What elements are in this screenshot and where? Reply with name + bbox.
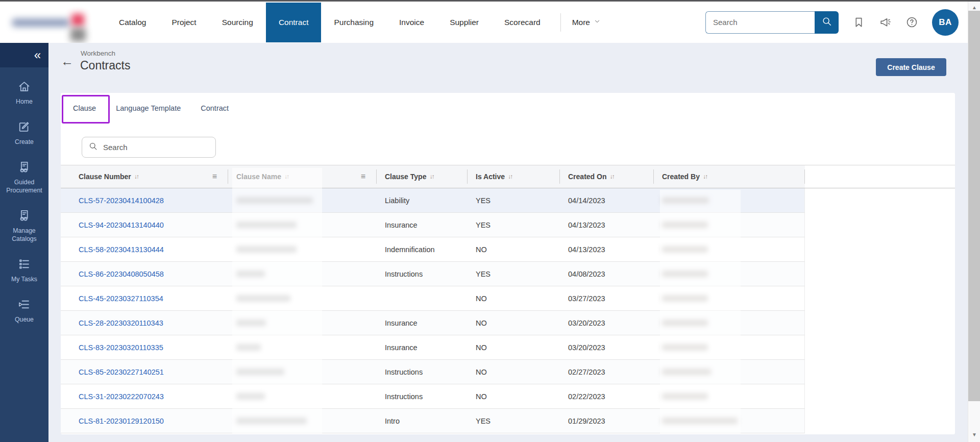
clause-number-link[interactable]: CLS-58-20230413130444 <box>61 237 228 261</box>
column-menu-icon[interactable]: ≡ <box>212 172 217 181</box>
chevron-down-icon <box>594 18 601 27</box>
sidebar-item-my-tasks[interactable]: My Tasks <box>0 257 48 284</box>
sort-arrows-icon[interactable]: ↓↑ <box>429 173 433 180</box>
help-icon[interactable] <box>905 16 918 29</box>
sidebar-item-home[interactable]: Home <box>0 80 48 106</box>
is-active-cell: NO <box>468 311 560 335</box>
clause-number-link[interactable]: CLS-83-20230320110335 <box>61 335 228 359</box>
created-on-cell: 04/08/2023 <box>560 262 654 286</box>
logo-mark-blur <box>71 14 84 26</box>
scroll-down-arrow[interactable]: ▼ <box>968 432 980 437</box>
sidebar-collapse-button[interactable]: « <box>0 43 48 67</box>
tab-bar: ClauseLanguage TemplateContract <box>61 93 955 124</box>
sidebar-item-queue[interactable]: Queue <box>0 298 48 324</box>
sidebar-item-guided-procurement[interactable]: Guided Procurement <box>0 160 48 195</box>
sort-arrows-icon[interactable]: ↓↑ <box>703 173 707 180</box>
search-icon <box>88 141 98 153</box>
nav-item-sourcing[interactable]: Sourcing <box>209 3 266 42</box>
search-icon <box>821 16 832 29</box>
table-search-input[interactable] <box>103 143 209 152</box>
clause-number-link[interactable]: CLS-45-20230327110354 <box>61 286 228 310</box>
column-header-clause-type[interactable]: Clause Type↓↑ <box>377 165 468 188</box>
global-search-input[interactable] <box>705 11 815 34</box>
create-icon <box>17 120 31 136</box>
column-header-clause-name[interactable]: Clause Name↓↑≡ <box>228 165 377 188</box>
manage-catalogs-icon <box>17 209 31 225</box>
sidebar-item-label: Queue <box>15 316 34 324</box>
table-row[interactable]: CLS-57-20230414100428LiabilityYES04/14/2… <box>61 188 805 213</box>
nav-item-invoice[interactable]: Invoice <box>386 3 437 42</box>
sort-arrows-icon[interactable]: ↓↑ <box>134 173 138 180</box>
nav-item-project[interactable]: Project <box>159 3 209 42</box>
redacted-created-by <box>662 393 708 400</box>
scroll-up-arrow[interactable]: ▲ <box>968 5 980 10</box>
clause-name-cell <box>228 409 377 433</box>
clause-number-link[interactable]: CLS-28-20230320110343 <box>61 311 228 335</box>
home-icon <box>17 80 31 95</box>
clause-number-link[interactable]: CLS-86-20230408050458 <box>61 262 228 286</box>
column-menu-icon[interactable]: ≡ <box>361 172 365 181</box>
column-header-clause-number[interactable]: Clause Number↓↑≡ <box>61 165 228 188</box>
sort-arrows-icon[interactable]: ↓↑ <box>284 173 288 180</box>
vertical-scrollbar[interactable]: ▲ ▼ <box>968 2 980 442</box>
clause-type-cell: Liability <box>377 188 468 212</box>
breadcrumb[interactable]: Workbench <box>81 50 115 57</box>
column-header-is-active[interactable]: Is Active↓↑ <box>468 165 560 188</box>
sidebar-item-label: Create <box>15 138 34 146</box>
column-header-created-on[interactable]: Created On↓↑ <box>560 165 654 188</box>
create-clause-button[interactable]: Create Clause <box>876 58 946 76</box>
scrollbar-thumb[interactable] <box>968 11 980 401</box>
clause-number-link[interactable]: CLS-31-20230222070243 <box>61 384 228 408</box>
table-row[interactable]: CLS-86-20230408050458InstructionsYES04/0… <box>61 262 805 286</box>
created-on-cell: 01/29/2023 <box>560 409 654 433</box>
logo-mark-blur <box>70 28 86 41</box>
created-by-cell <box>654 237 805 261</box>
global-search-button[interactable] <box>815 11 839 34</box>
table-row[interactable]: CLS-83-20230320110335InsuranceNO03/20/20… <box>61 335 805 360</box>
table-row[interactable]: CLS-81-20230129120150IntroYES01/29/2023 <box>61 409 805 433</box>
table-row[interactable]: CLS-94-20230413140440InsuranceYES04/13/2… <box>61 213 805 237</box>
redacted-clause-name <box>236 246 297 253</box>
created-on-cell: 02/27/2023 <box>560 360 654 384</box>
table-row[interactable]: CLS-45-20230327110354NO03/27/2023 <box>61 286 805 311</box>
global-search <box>705 11 839 34</box>
created-by-cell <box>654 384 805 408</box>
sort-arrows-icon[interactable]: ↓↑ <box>508 173 512 180</box>
tab-contract[interactable]: Contract <box>201 104 229 112</box>
tab-clause[interactable]: Clause <box>73 104 96 112</box>
megaphone-icon[interactable] <box>879 16 892 29</box>
redacted-created-by <box>662 271 708 277</box>
is-active-cell: NO <box>468 335 560 359</box>
sort-arrows-icon[interactable]: ↓↑ <box>609 173 614 180</box>
nav-item-supplier[interactable]: Supplier <box>437 3 492 42</box>
clause-number-link[interactable]: CLS-57-20230414100428 <box>61 188 228 212</box>
sidebar-item-create[interactable]: Create <box>0 120 48 146</box>
is-active-cell: YES <box>468 262 560 286</box>
user-avatar[interactable]: BA <box>932 9 959 36</box>
nav-more-menu[interactable]: More <box>564 18 609 27</box>
nav-item-catalog[interactable]: Catalog <box>106 3 159 42</box>
clause-type-cell: Instructions <box>377 384 468 408</box>
clause-name-cell <box>228 286 377 310</box>
nav-item-contract[interactable]: Contract <box>266 3 322 42</box>
table-row[interactable]: CLS-58-20230413130444IndemnificationNO04… <box>61 237 805 262</box>
tab-language-template[interactable]: Language Template <box>116 104 181 112</box>
content-card: ClauseLanguage TemplateContract Clause N… <box>61 93 955 434</box>
nav-item-purchasing[interactable]: Purchasing <box>321 3 386 42</box>
bookmark-icon[interactable] <box>852 16 865 29</box>
table-row[interactable]: CLS-28-20230320110343InsuranceNO03/20/20… <box>61 311 805 335</box>
nav-more-label: More <box>572 18 590 27</box>
nav-divider <box>560 13 561 32</box>
clause-number-link[interactable]: CLS-85-20230227140251 <box>61 360 228 384</box>
clause-type-cell: Insurance <box>377 213 468 237</box>
sidebar-item-manage-catalogs[interactable]: Manage Catalogs <box>0 209 48 243</box>
redacted-clause-name <box>236 197 313 204</box>
clause-number-link[interactable]: CLS-81-20230129120150 <box>61 409 228 433</box>
nav-item-scorecard[interactable]: Scorecard <box>492 3 553 42</box>
table-row[interactable]: CLS-85-20230227140251InstructionsNO02/27… <box>61 360 805 384</box>
clause-number-link[interactable]: CLS-94-20230413140440 <box>61 213 228 237</box>
column-header-created-by[interactable]: Created By↓↑ <box>654 165 805 188</box>
table-row[interactable]: CLS-31-20230222070243InstructionsNO02/22… <box>61 384 805 409</box>
created-on-cell: 03/20/2023 <box>560 311 654 335</box>
back-button[interactable]: ← <box>61 55 74 68</box>
